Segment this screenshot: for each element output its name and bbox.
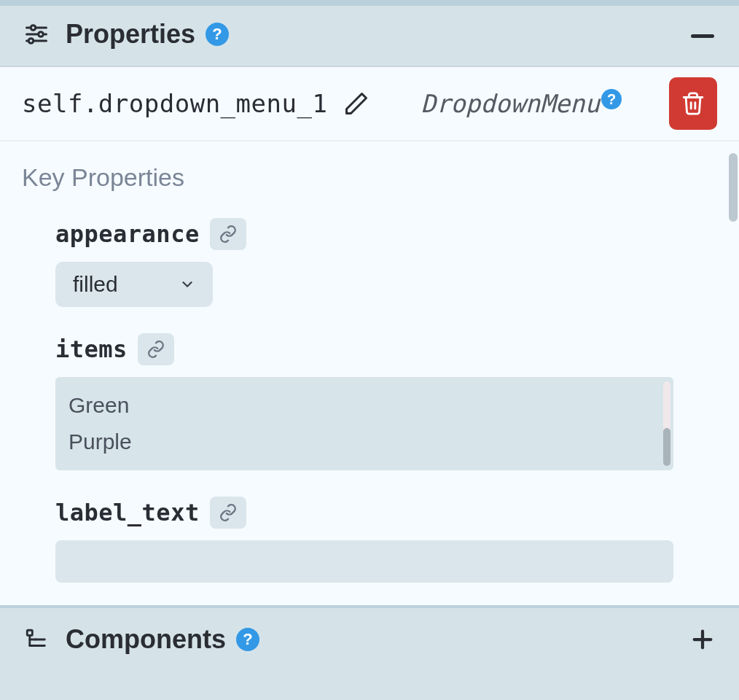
- prop-items-label-row: items: [55, 333, 717, 365]
- minus-icon: [691, 34, 714, 38]
- items-scrollbar-thumb[interactable]: [663, 428, 670, 466]
- trash-icon: [681, 90, 705, 117]
- chevron-down-icon: [179, 276, 195, 292]
- items-bind-button[interactable]: [138, 333, 174, 365]
- prop-label-text-label-row: label_text: [55, 497, 717, 529]
- appearance-value: filled: [73, 272, 118, 297]
- svg-point-5: [28, 39, 34, 44]
- expand-components-button[interactable]: [688, 625, 717, 654]
- sliders-icon: [22, 20, 51, 49]
- component-identity-bar: self.dropdown_menu_1 DropdownMenu ?: [0, 67, 739, 141]
- tree-icon: [22, 625, 51, 654]
- list-item[interactable]: Purple: [55, 424, 673, 460]
- link-icon: [146, 340, 165, 359]
- delete-button[interactable]: [669, 77, 717, 130]
- prop-items: items Green Purple: [55, 333, 717, 470]
- items-label: items: [55, 335, 128, 363]
- components-panel-header[interactable]: Components ?: [0, 605, 739, 671]
- label-text-input[interactable]: [55, 540, 673, 583]
- component-name: self.dropdown_menu_1: [22, 89, 327, 118]
- collapse-properties-button[interactable]: [688, 21, 717, 50]
- properties-panel-header[interactable]: Properties ?: [0, 6, 739, 66]
- properties-title: Properties: [66, 19, 195, 50]
- top-border: [0, 0, 739, 6]
- prop-label-text: label_text: [55, 497, 717, 583]
- list-item[interactable]: Green: [55, 387, 673, 424]
- components-help-badge[interactable]: ?: [236, 628, 259, 651]
- components-title: Components: [66, 624, 226, 655]
- svg-point-3: [39, 32, 44, 37]
- svg-point-1: [31, 26, 36, 31]
- content-scrollbar-thumb[interactable]: [729, 153, 738, 222]
- link-icon: [219, 503, 238, 522]
- properties-content: self.dropdown_menu_1 DropdownMenu ?: [0, 66, 739, 605]
- component-type: DropdownMenu: [421, 89, 600, 118]
- link-icon: [219, 225, 238, 244]
- key-properties-body: Key Properties appearance filled: [0, 141, 739, 583]
- label-text-label: label_text: [55, 499, 200, 526]
- component-type-help-badge[interactable]: ?: [601, 89, 622, 109]
- pencil-icon[interactable]: [343, 90, 370, 117]
- appearance-label: appearance: [55, 220, 200, 248]
- properties-help-badge[interactable]: ?: [206, 23, 229, 46]
- plus-icon: [690, 627, 715, 652]
- items-list[interactable]: Green Purple: [55, 377, 673, 470]
- properties-panel: Properties ? self.dropdown_menu_1 Dropdo…: [0, 6, 739, 605]
- label-text-bind-button[interactable]: [210, 497, 246, 529]
- prop-appearance-label-row: appearance: [55, 218, 717, 250]
- appearance-bind-button[interactable]: [210, 218, 246, 250]
- prop-appearance: appearance filled: [55, 218, 717, 307]
- key-properties-heading: Key Properties: [22, 163, 717, 192]
- appearance-select[interactable]: filled: [55, 262, 213, 307]
